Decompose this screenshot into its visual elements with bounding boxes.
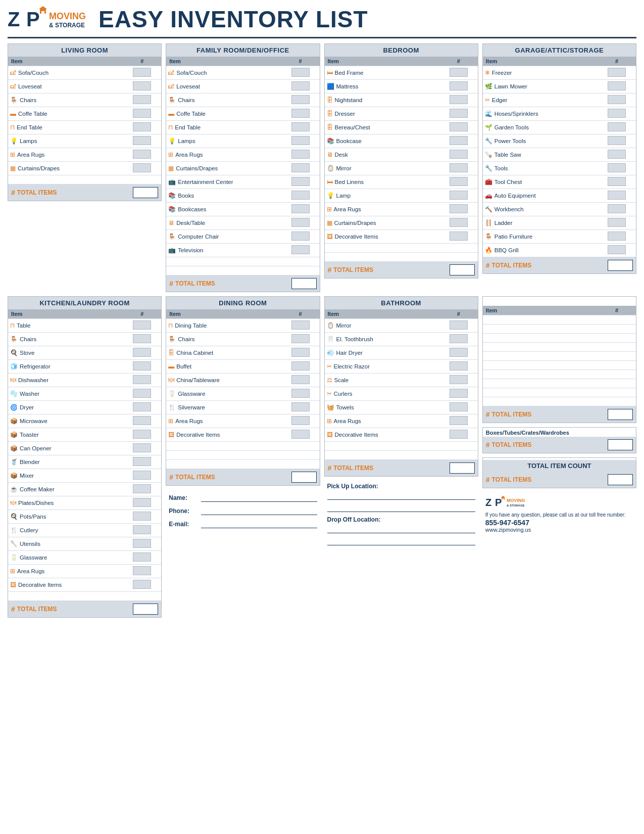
- num-input[interactable]: [450, 402, 468, 411]
- num-input[interactable]: [291, 95, 310, 104]
- num-input[interactable]: [133, 512, 151, 521]
- num-input[interactable]: [450, 320, 468, 330]
- num-input[interactable]: [133, 389, 151, 398]
- bedroom-total-box[interactable]: [450, 264, 475, 275]
- garage-total-box[interactable]: [608, 260, 633, 271]
- num-input[interactable]: [291, 218, 310, 227]
- kitchen-total-box[interactable]: [133, 604, 158, 615]
- family-room-total-box[interactable]: [291, 278, 317, 289]
- num-input[interactable]: [450, 375, 468, 384]
- pickup-line[interactable]: [327, 492, 475, 500]
- num-input[interactable]: [450, 150, 468, 159]
- num-input[interactable]: [450, 81, 468, 90]
- num-input[interactable]: [133, 443, 151, 452]
- num-input[interactable]: [608, 231, 626, 241]
- num-input[interactable]: [450, 122, 468, 131]
- num-input[interactable]: [291, 204, 310, 213]
- phone-line[interactable]: [201, 507, 317, 515]
- num-input[interactable]: [133, 150, 151, 159]
- num-input[interactable]: [291, 320, 310, 330]
- num-input[interactable]: [608, 109, 626, 118]
- num-input[interactable]: [133, 430, 151, 439]
- email-line[interactable]: [201, 520, 317, 528]
- num-input[interactable]: [133, 484, 151, 493]
- num-input[interactable]: [450, 177, 468, 186]
- num-input[interactable]: [608, 218, 626, 227]
- num-input[interactable]: [133, 122, 151, 131]
- num-input[interactable]: [291, 81, 310, 90]
- num-input[interactable]: [450, 163, 468, 172]
- num-input[interactable]: [291, 150, 310, 159]
- num-input[interactable]: [133, 95, 151, 104]
- num-input[interactable]: [450, 136, 468, 145]
- num-input[interactable]: [450, 95, 468, 104]
- num-input[interactable]: [291, 68, 310, 77]
- num-input[interactable]: [133, 334, 151, 343]
- num-input[interactable]: [608, 163, 626, 172]
- num-input[interactable]: [450, 191, 468, 200]
- num-input[interactable]: [291, 348, 310, 357]
- num-input[interactable]: [133, 457, 151, 466]
- num-input[interactable]: [450, 348, 468, 357]
- boxes-total-box[interactable]: [608, 439, 633, 450]
- num-input[interactable]: [608, 81, 626, 90]
- num-input[interactable]: [291, 361, 310, 370]
- dropoff-line[interactable]: [327, 525, 475, 533]
- num-input[interactable]: [133, 566, 151, 575]
- num-input[interactable]: [450, 204, 468, 213]
- num-input[interactable]: [291, 177, 310, 186]
- num-input[interactable]: [291, 389, 310, 398]
- num-input[interactable]: [450, 334, 468, 343]
- num-input[interactable]: [291, 109, 310, 118]
- num-input[interactable]: [608, 122, 626, 131]
- num-input[interactable]: [133, 402, 151, 411]
- num-input[interactable]: [608, 245, 626, 254]
- num-input[interactable]: [450, 416, 468, 425]
- num-input[interactable]: [133, 525, 151, 534]
- num-input[interactable]: [608, 177, 626, 186]
- num-input[interactable]: [133, 471, 151, 480]
- num-input[interactable]: [450, 68, 468, 77]
- num-input[interactable]: [133, 361, 151, 370]
- num-input[interactable]: [608, 204, 626, 213]
- dropoff-line-2[interactable]: [327, 537, 475, 545]
- num-input[interactable]: [133, 580, 151, 589]
- num-input[interactable]: [133, 320, 151, 330]
- num-input[interactable]: [133, 163, 151, 172]
- bathroom-total-box[interactable]: [450, 462, 475, 474]
- num-input[interactable]: [291, 334, 310, 343]
- num-input[interactable]: [133, 552, 151, 562]
- num-input[interactable]: [133, 348, 151, 357]
- num-input[interactable]: [133, 81, 151, 90]
- num-input[interactable]: [291, 245, 310, 254]
- num-input[interactable]: [608, 95, 626, 104]
- num-input[interactable]: [133, 539, 151, 548]
- num-input[interactable]: [291, 136, 310, 145]
- num-input[interactable]: [133, 68, 151, 77]
- dining-total-box[interactable]: [291, 472, 317, 483]
- num-input[interactable]: [608, 68, 626, 77]
- num-input[interactable]: [608, 191, 626, 200]
- num-input[interactable]: [133, 416, 151, 425]
- num-input[interactable]: [291, 231, 310, 241]
- num-input[interactable]: [291, 402, 310, 411]
- num-input[interactable]: [291, 416, 310, 425]
- num-input[interactable]: [450, 430, 468, 439]
- living-room-total-box[interactable]: [133, 187, 158, 198]
- total-count-box[interactable]: [608, 474, 633, 485]
- extra-total-box[interactable]: [608, 409, 633, 420]
- num-input[interactable]: [291, 430, 310, 439]
- num-input[interactable]: [450, 109, 468, 118]
- num-input[interactable]: [450, 231, 468, 241]
- num-input[interactable]: [133, 498, 151, 507]
- num-input[interactable]: [291, 122, 310, 131]
- num-input[interactable]: [608, 136, 626, 145]
- name-line[interactable]: [201, 494, 317, 502]
- pickup-line-2[interactable]: [327, 504, 475, 512]
- num-input[interactable]: [133, 109, 151, 118]
- num-input[interactable]: [133, 375, 151, 384]
- num-input[interactable]: [608, 150, 626, 159]
- num-input[interactable]: [291, 163, 310, 172]
- num-input[interactable]: [450, 361, 468, 370]
- num-input[interactable]: [133, 136, 151, 145]
